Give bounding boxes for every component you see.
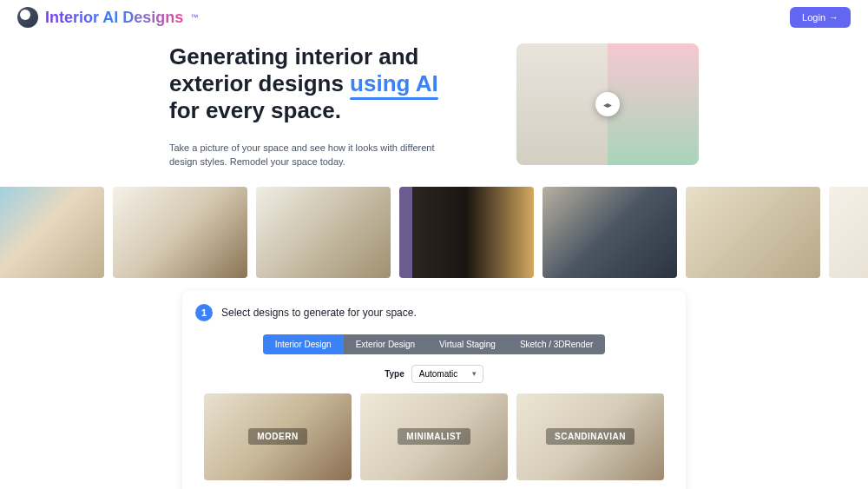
hero-comparison-image[interactable]: ◂▸ (516, 43, 699, 165)
design-card-scandinavian[interactable]: SCANDINAVIAN (516, 393, 664, 480)
gallery-item[interactable] (0, 187, 104, 278)
design-label: SCANDINAVIAN (546, 428, 635, 445)
gallery-item[interactable] (256, 187, 391, 278)
tab-interior-design[interactable]: Interior Design (263, 334, 344, 354)
tab-exterior-design[interactable]: Exterior Design (344, 334, 427, 354)
gallery-item[interactable] (113, 187, 247, 278)
hero-title: Generating interior and exterior designs… (169, 43, 464, 125)
login-button[interactable]: Login → (790, 7, 851, 28)
step-instruction: Select designs to generate for your spac… (221, 307, 417, 319)
design-tabs: Interior Design Exterior Design Virtual … (195, 334, 673, 354)
arrow-right-icon: → (829, 12, 838, 23)
brand-name: Interior AI Designs (45, 9, 183, 27)
gallery-item[interactable] (829, 187, 868, 278)
step-number-badge: 1 (195, 304, 213, 321)
gallery-item[interactable] (542, 187, 677, 278)
type-label: Type (385, 369, 404, 379)
hero-before-image (516, 43, 608, 165)
hero-subtitle: Take a picture of your space and see how… (169, 141, 464, 169)
gallery-item[interactable] (686, 187, 820, 278)
gallery-item[interactable] (399, 187, 534, 278)
type-row: Type Automatic (195, 365, 673, 383)
hero-text: Generating interior and exterior designs… (169, 43, 464, 169)
design-card-modern[interactable]: MODERN (204, 393, 352, 480)
logo-icon (17, 7, 38, 28)
step-header: 1 Select designs to generate for your sp… (195, 304, 673, 321)
type-select[interactable]: Automatic (411, 365, 483, 383)
design-label: MODERN (248, 428, 306, 445)
tab-sketch-3drender[interactable]: Sketch / 3DRender (508, 334, 606, 354)
hero-after-image (608, 43, 699, 165)
trademark: ™ (190, 13, 198, 22)
design-label: MINIMALIST (398, 428, 470, 445)
design-grid: MODERN MINIMALIST SCANDINAVIAN (195, 393, 673, 480)
login-label: Login (802, 12, 825, 23)
comparison-slider-handle[interactable]: ◂▸ (595, 92, 620, 116)
hero-title-part2: for every space. (169, 97, 341, 123)
hero-section: Generating interior and exterior designs… (0, 35, 868, 187)
type-select-wrap: Automatic (411, 365, 483, 383)
tab-virtual-staging[interactable]: Virtual Staging (427, 334, 508, 354)
logo-section[interactable]: Interior AI Designs™ (17, 7, 198, 28)
gallery-strip (0, 187, 868, 278)
hero-title-highlight: using AI (350, 70, 438, 96)
design-panel: 1 Select designs to generate for your sp… (182, 291, 686, 489)
header: Interior AI Designs™ Login → (0, 0, 868, 35)
design-card-minimalist[interactable]: MINIMALIST (360, 393, 508, 480)
